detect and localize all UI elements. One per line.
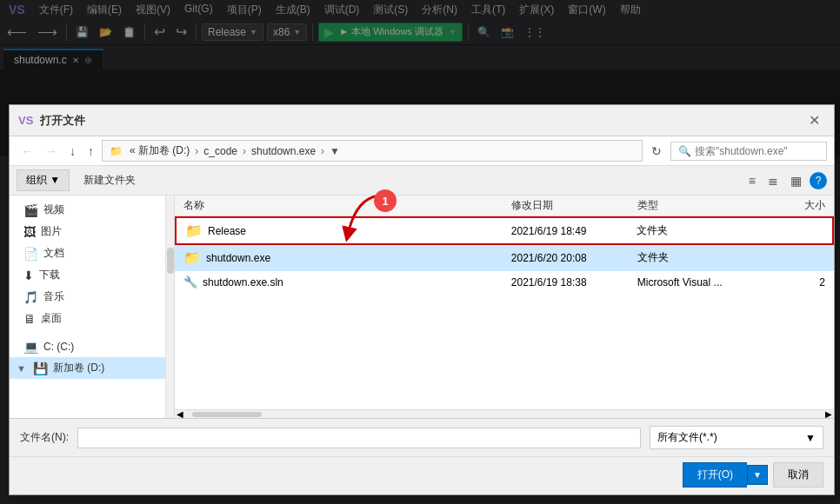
path-sep-3: › — [321, 145, 324, 157]
file-label-sln: shutdown.exe.sln — [203, 276, 283, 288]
file-open-dialog: VS 打开文件 ✕ ← → ↓ ↑ 📁 « 新加卷 (D:) › c_code … — [9, 104, 835, 495]
left-item-downloads-label: 下载 — [39, 268, 60, 282]
cancel-button[interactable]: 取消 — [773, 462, 823, 487]
left-item-pictures-label: 图片 — [41, 224, 62, 239]
folder-icon-shutdown-exe: 📁 — [183, 249, 201, 266]
search-box[interactable]: 🔍 — [670, 142, 827, 161]
left-item-d-drive[interactable]: ▼ 💾 新加卷 (D:) — [10, 357, 165, 379]
sln-icon: 🔧 — [183, 275, 197, 288]
bottom-right: 所有文件(*.*) ▼ — [650, 426, 823, 449]
left-item-c-drive[interactable]: 💻 C: (C:) — [10, 336, 165, 357]
file-name-shutdown-exe: 📁 shutdown.exe — [175, 249, 503, 266]
horizontal-scrollbar[interactable]: ◀ ▶ — [175, 409, 834, 418]
c-drive-icon: 💻 — [23, 340, 38, 354]
new-folder-button[interactable]: 新建文件夹 — [77, 170, 143, 190]
left-item-documents-label: 文档 — [43, 246, 64, 261]
dialog-body: 🎬 视频 🖼 图片 📄 文档 ⬇ 下载 🎵 音乐 — [10, 196, 834, 418]
path-dropdown-btn[interactable]: ▼ — [330, 145, 340, 157]
col-header-name[interactable]: 名称 — [175, 198, 503, 213]
pictures-icon: 🖼 — [23, 225, 36, 239]
file-date-release: 2021/6/19 18:49 — [503, 225, 628, 237]
hscroll-left[interactable]: ◀ — [177, 409, 183, 418]
filetype-dropdown[interactable]: 所有文件(*.*) ▼ — [650, 426, 823, 449]
left-item-desktop-label: 桌面 — [41, 311, 62, 326]
search-icon: 🔍 — [678, 145, 691, 157]
panel-spacer — [10, 329, 165, 336]
dialog-title-text: 打开文件 — [40, 113, 85, 129]
left-item-documents[interactable]: 📄 文档 — [10, 242, 165, 264]
open-arrow-button[interactable]: ▼ — [747, 465, 768, 485]
downloads-icon: ⬇ — [23, 269, 34, 282]
view-buttons: ≡ ≣ ▦ ? — [744, 172, 827, 189]
filename-label: 文件名(N): — [20, 430, 69, 445]
path-sep-2: › — [243, 145, 246, 157]
dialog-close-button[interactable]: ✕ — [803, 110, 825, 130]
col-header-date[interactable]: 修改日期 — [503, 198, 629, 213]
addr-up-btn[interactable]: ↑ — [83, 143, 98, 160]
file-date-shutdown-exe: 2021/6/20 20:08 — [503, 252, 629, 264]
left-scrollbar-thumb[interactable] — [167, 248, 174, 274]
addr-recent-btn[interactable]: ↓ — [65, 143, 80, 160]
filetype-arrow: ▼ — [805, 432, 816, 444]
folder-icon-release: 📁 — [185, 222, 203, 239]
left-item-music[interactable]: 🎵 音乐 — [10, 286, 165, 308]
file-list-header: 名称 修改日期 类型 大小 — [175, 196, 834, 216]
folder-icon: 📁 — [110, 145, 123, 157]
file-type-sln: Microsoft Visual ... — [629, 276, 770, 288]
hscroll-right[interactable]: ▶ — [825, 409, 832, 418]
left-item-d-drive-label: 新加卷 (D:) — [53, 361, 104, 375]
open-group: 打开(O) ▼ — [683, 462, 768, 487]
path-part-0: « 新加卷 (D:) — [130, 143, 190, 158]
dialog-title: VS 打开文件 — [18, 113, 85, 129]
file-list: 名称 修改日期 类型 大小 📁 Release 2021/6/19 18:49 — [175, 196, 834, 418]
left-item-c-drive-label: C: (C:) — [43, 341, 74, 353]
d-drive-icon: 💾 — [33, 361, 48, 375]
file-type-shutdown-exe: 文件夹 — [629, 250, 770, 265]
left-item-downloads[interactable]: ⬇ 下载 — [10, 264, 165, 286]
dialog-title-bar: VS 打开文件 ✕ — [10, 105, 834, 136]
file-label-release: Release — [208, 225, 246, 237]
list-view-btn-2[interactable]: ≣ — [763, 172, 783, 189]
org-button[interactable]: 组织 ▼ — [17, 169, 70, 191]
file-rows: 📁 Release 2021/6/19 18:49 文件夹 📁 shutdown… — [175, 216, 834, 409]
left-panel-scrollbar[interactable] — [166, 196, 175, 418]
dialog-actions: 打开(O) ▼ 取消 — [10, 456, 834, 494]
file-row-shutdown-exe[interactable]: 📁 shutdown.exe 2021/6/20 20:08 文件夹 — [175, 245, 834, 271]
filename-input[interactable] — [77, 428, 641, 448]
col-header-size[interactable]: 大小 — [770, 198, 834, 213]
help-button[interactable]: ? — [810, 172, 827, 189]
file-row-release[interactable]: 📁 Release 2021/6/19 18:49 文件夹 — [175, 216, 834, 245]
grid-view-btn[interactable]: ▦ — [786, 172, 806, 189]
desktop-icon: 🖥 — [23, 312, 36, 326]
left-item-video[interactable]: 🎬 视频 — [10, 199, 165, 221]
addr-back-btn[interactable]: ← — [17, 143, 37, 160]
search-input[interactable] — [695, 145, 825, 157]
list-view-btn[interactable]: ≡ — [744, 172, 760, 189]
file-size-sln: 2 — [770, 276, 834, 288]
path-part-2: shutdown.exe — [251, 145, 316, 157]
file-name-sln: 🔧 shutdown.exe.sln — [175, 275, 503, 288]
left-item-pictures[interactable]: 🖼 图片 — [10, 221, 165, 242]
file-row-sln[interactable]: 🔧 shutdown.exe.sln 2021/6/19 18:38 Micro… — [175, 271, 834, 294]
path-part-1: c_code — [203, 145, 237, 157]
file-label-shutdown-exe: shutdown.exe — [206, 252, 270, 264]
left-item-video-label: 视频 — [43, 202, 64, 217]
col-header-type[interactable]: 类型 — [629, 198, 770, 213]
file-type-release: 文件夹 — [628, 223, 769, 238]
address-path[interactable]: 📁 « 新加卷 (D:) › c_code › shutdown.exe › ▼ — [102, 140, 643, 162]
dialog-vs-icon: VS — [18, 114, 33, 127]
left-panel: 🎬 视频 🖼 图片 📄 文档 ⬇ 下载 🎵 音乐 — [10, 196, 166, 418]
addr-refresh-btn[interactable]: ↻ — [646, 143, 667, 160]
video-icon: 🎬 — [23, 203, 38, 217]
addr-forward-btn[interactable]: → — [41, 143, 62, 160]
filetype-label: 所有文件(*.*) — [657, 430, 717, 445]
dialog-file-toolbar: 组织 ▼ 新建文件夹 ≡ ≣ ▦ ? — [10, 166, 834, 196]
open-button[interactable]: 打开(O) — [683, 462, 747, 487]
d-drive-expand: ▼ — [17, 363, 26, 374]
file-date-sln: 2021/6/19 18:38 — [503, 276, 629, 288]
address-bar: ← → ↓ ↑ 📁 « 新加卷 (D:) › c_code › shutdown… — [10, 136, 834, 166]
hscroll-thumb[interactable] — [192, 412, 262, 417]
left-item-music-label: 音乐 — [43, 289, 64, 304]
left-item-desktop[interactable]: 🖥 桌面 — [10, 308, 165, 329]
documents-icon: 📄 — [23, 247, 38, 261]
